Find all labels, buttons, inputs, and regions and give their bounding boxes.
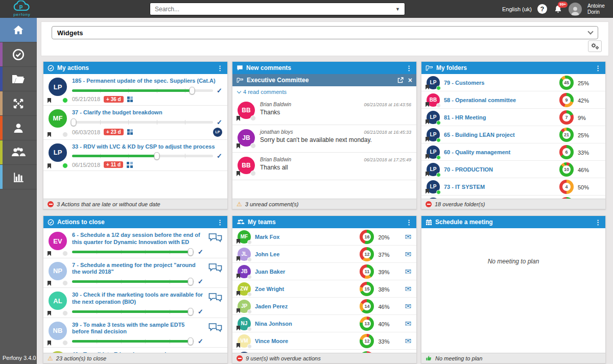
complete-check-icon[interactable]: ✓ <box>198 278 203 285</box>
progress-slider[interactable] <box>72 87 213 94</box>
member-name[interactable]: Jaden Perez <box>255 303 356 309</box>
sidebar-item-teams[interactable] <box>0 140 37 165</box>
sidebar-item-meetings[interactable] <box>0 91 37 116</box>
sidebar-item-reports[interactable] <box>0 165 37 189</box>
widget-settings-button[interactable] <box>588 40 602 52</box>
folder-title[interactable]: 60 - Quality management <box>444 149 555 155</box>
action-title[interactable]: 33 - RDV with LVC & KD by CSP to adjust … <box>72 143 222 151</box>
kebab-menu-icon[interactable]: ⋮ <box>595 64 601 72</box>
widget-selector-dropdown[interactable]: Widgets <box>52 26 598 39</box>
kanban-grid-icon[interactable] <box>127 129 133 135</box>
envelope-icon[interactable]: ✉ <box>405 319 411 328</box>
envelope-icon[interactable]: ✉ <box>405 302 411 311</box>
action-title[interactable]: 37 - Clarify the budget breakdown <box>72 109 222 116</box>
comment-timestamp: 06/21/2018 at 16:45:33 <box>364 130 411 135</box>
complete-check-icon[interactable]: ✓ <box>217 152 222 160</box>
language-selector[interactable]: English (uk) <box>502 6 532 12</box>
comment-item: BB Brian Baldwin Thanks 06/21/2018 at 16… <box>232 98 416 125</box>
slider-handle[interactable] <box>154 152 159 160</box>
widget-title: My actions <box>57 64 89 71</box>
external-link-icon[interactable] <box>397 77 404 83</box>
sidebar-item-profile[interactable] <box>0 116 37 140</box>
progress-slider[interactable] <box>72 118 213 126</box>
comments-folder-name[interactable]: Executive Committee <box>247 77 309 84</box>
folder-title[interactable]: 73 - IT SYSTEM <box>444 184 555 190</box>
complete-check-icon[interactable]: ✓ <box>217 118 222 126</box>
notifications-button[interactable]: 99+ <box>553 4 563 14</box>
kebab-menu-icon[interactable]: ⋮ <box>406 64 412 72</box>
folder-title[interactable]: 79 - Customers <box>444 80 555 86</box>
footer-text: 18 overdue folder(s) <box>435 201 485 207</box>
comments-bubble-icon[interactable] <box>208 233 222 256</box>
read-comments-toggle[interactable]: 4 read comments <box>232 86 416 98</box>
perfony-logo[interactable]: p perfony <box>6 1 38 17</box>
member-name[interactable]: Mark Fox <box>255 234 356 240</box>
sidebar-item-home[interactable] <box>0 18 37 42</box>
complete-check-icon[interactable]: ✓ <box>198 248 203 256</box>
member-name[interactable]: Vince Moore <box>255 338 356 344</box>
help-icon[interactable]: ? <box>537 4 547 14</box>
avatar-initials: LP <box>49 143 67 162</box>
widget-footer: 9 user(s) with overdue actions <box>232 353 416 363</box>
folder-title[interactable]: 65 - Building LEAN project <box>444 132 555 138</box>
kebab-menu-icon[interactable]: ⋮ <box>406 219 412 226</box>
progress-slider[interactable] <box>72 278 194 285</box>
action-title[interactable]: 7 - Schedule a meeting for the project "… <box>72 262 203 276</box>
status-dot <box>247 344 252 349</box>
progress-slider[interactable] <box>72 337 194 345</box>
action-title[interactable]: 6 - Schedule a 1/2 day session before th… <box>72 232 203 246</box>
kanban-grid-icon[interactable] <box>127 96 133 103</box>
search-input[interactable] <box>155 6 395 13</box>
slider-handle[interactable] <box>70 118 76 126</box>
sidebar-item-actions[interactable] <box>0 42 37 67</box>
member-name[interactable]: Nina Jonhson <box>255 321 356 327</box>
stripe <box>0 67 3 91</box>
folder-status-donut: 4 <box>559 180 574 194</box>
avatar: LP <box>427 128 440 141</box>
slider-handle[interactable] <box>187 248 193 256</box>
member-name[interactable]: John Lee <box>255 251 356 257</box>
user-avatar[interactable] <box>569 3 582 16</box>
warning-icon: ⚠ <box>237 201 242 208</box>
close-icon[interactable]: × <box>408 76 412 84</box>
action-title[interactable]: 30 - Check if the marketing tools are av… <box>72 292 203 306</box>
kebab-menu-icon[interactable]: ⋮ <box>595 219 601 226</box>
slider-handle[interactable] <box>187 308 193 316</box>
widget-title: Actions to close <box>57 219 105 226</box>
complete-check-icon[interactable]: ✓ <box>217 87 222 94</box>
check-circle-icon <box>48 219 54 226</box>
envelope-icon[interactable]: ✉ <box>405 267 411 276</box>
complete-check-icon[interactable]: ✓ <box>198 337 203 345</box>
folder-title[interactable]: 81 - HR Meeting <box>444 114 555 120</box>
user-name[interactable]: Antoine Dorin <box>587 3 609 15</box>
member-name[interactable]: Zoe Wright <box>255 286 356 292</box>
action-title[interactable]: 39 - To make 3 tests with the sample EDT… <box>72 322 203 336</box>
flag-icon <box>48 163 51 168</box>
kanban-grid-icon[interactable] <box>127 162 133 168</box>
envelope-icon[interactable]: ✉ <box>405 250 411 259</box>
comments-bubble-icon[interactable] <box>208 323 222 346</box>
kebab-menu-icon[interactable]: ⋮ <box>217 219 223 226</box>
delegate-avatar[interactable]: LP <box>213 128 222 137</box>
kebab-menu-icon[interactable]: ⋮ <box>217 64 223 72</box>
member-status-donut: 13 <box>360 317 374 331</box>
comments-bubble-icon[interactable] <box>208 263 222 286</box>
member-name[interactable]: Juan Baker <box>255 269 356 275</box>
sidebar-item-folders[interactable] <box>0 67 37 91</box>
slider-handle[interactable] <box>187 337 193 345</box>
progress-slider[interactable] <box>72 248 194 256</box>
folder-title[interactable]: 58 - Operational committee <box>444 97 555 103</box>
envelope-icon[interactable]: ✉ <box>405 336 411 346</box>
envelope-icon[interactable]: ✉ <box>405 232 411 241</box>
action-title[interactable]: 185 - Permanent update of the spec. Supp… <box>72 78 222 85</box>
folder-title[interactable]: 70 - PRODUCTION <box>444 166 555 173</box>
envelope-icon[interactable]: ✉ <box>405 284 411 294</box>
progress-slider[interactable] <box>72 152 213 160</box>
slider-handle[interactable] <box>187 278 193 285</box>
complete-check-icon[interactable]: ✓ <box>198 308 203 316</box>
status-dot <box>62 98 68 103</box>
comments-bubble-icon[interactable] <box>208 293 222 316</box>
search-dropdown-caret-icon[interactable]: ▼ <box>395 7 400 12</box>
progress-slider[interactable] <box>72 308 194 316</box>
slider-handle[interactable] <box>189 87 195 94</box>
